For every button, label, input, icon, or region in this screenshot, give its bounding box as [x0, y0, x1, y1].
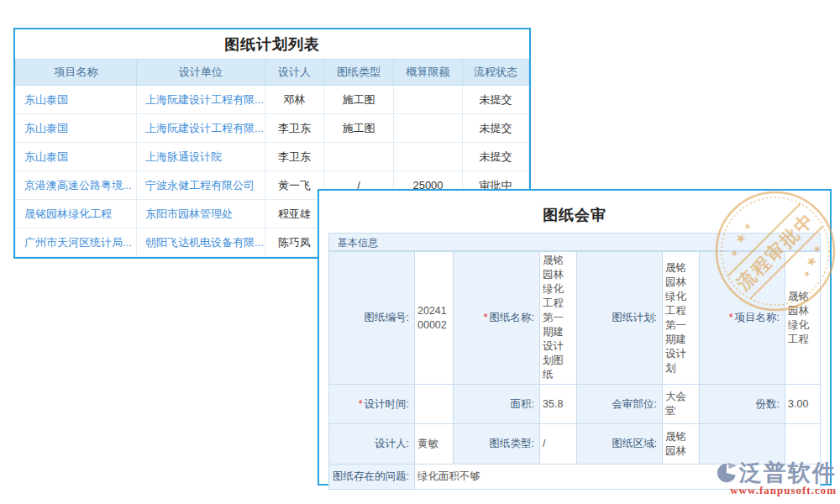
- page: 图纸计划列表 项目名称 设计单位 设计人 图纸类型 概算限额 流程状态 东山泰国: [0, 0, 840, 504]
- fanpu-logo-icon: [714, 461, 738, 485]
- project-link[interactable]: 晟铭园林绿化工程: [16, 200, 137, 228]
- status-badge[interactable]: 未提交: [463, 114, 529, 143]
- budget-cell: [394, 114, 463, 143]
- designer-cell: 黄一飞: [265, 171, 324, 200]
- table-row: 东山泰国 上海阮建设计工程有限... 李卫东 施工图 未提交: [16, 114, 529, 143]
- project-name-label: *项目名称:: [700, 252, 785, 385]
- problem-label: 图纸存在的问题:: [329, 465, 415, 490]
- required-asterisk: *: [484, 312, 488, 323]
- drawing-area-label: 图纸区域:: [577, 424, 663, 465]
- drawing-plan-label: 图纸计划:: [577, 252, 663, 385]
- designer-cell: 李卫东: [265, 143, 324, 171]
- col-header-design-unit: 设计单位: [137, 60, 265, 86]
- project-link[interactable]: 东山泰国: [16, 143, 137, 171]
- basic-info-section-header: 基本信息: [328, 233, 821, 251]
- review-title: 图纸会审: [319, 191, 830, 233]
- drawing-plan-field[interactable]: 晟铭园林绿化工程第一期建设计划: [663, 252, 700, 385]
- col-header-designer: 设计人: [265, 60, 324, 86]
- copies-label: 份数:: [700, 385, 785, 424]
- designer-cell: 邓林: [265, 86, 324, 114]
- drawing-type-cell: [324, 143, 394, 171]
- required-asterisk: *: [729, 312, 733, 323]
- designer-label: 设计人:: [329, 424, 415, 465]
- project-link[interactable]: 东山泰国: [16, 86, 137, 114]
- project-name-field[interactable]: 晟铭园林绿化工程: [785, 252, 821, 385]
- review-form-table: 图纸编号: 2024100002 *图纸名称: 晟铭园林绿化工程第一期建设计划图…: [328, 251, 821, 490]
- col-header-project: 项目名称: [16, 60, 137, 86]
- plan-list-title: 图纸计划列表: [15, 29, 529, 59]
- table-row: 东山泰国 上海脉通设计院 李卫东 未提交: [16, 143, 529, 171]
- drawing-no-label: 图纸编号:: [329, 252, 415, 385]
- project-link[interactable]: 京港澳高速公路粤境...: [16, 171, 137, 200]
- project-link[interactable]: 广州市天河区统计局...: [16, 228, 137, 257]
- drawing-name-label: *图纸名称:: [454, 252, 540, 385]
- design-unit-link[interactable]: 东阳市园林管理处: [137, 200, 265, 228]
- designer-field[interactable]: 黄敏: [415, 424, 454, 465]
- drawing-review-panel: 图纸会审 基本信息 图纸编号: 2024100002 *图纸名称: 晟铭园林绿化…: [318, 189, 832, 486]
- design-unit-link[interactable]: 上海阮建设计工程有限...: [137, 86, 265, 114]
- required-asterisk: *: [359, 398, 363, 410]
- form-row: *设计时间: 面积: 35.8 会审部位: 大会堂 份数: 3.00: [329, 385, 821, 424]
- review-location-label: 会审部位:: [577, 385, 663, 424]
- drawing-type-cell: 施工图: [324, 114, 394, 143]
- review-location-field[interactable]: 大会堂: [663, 385, 700, 424]
- col-header-flow-status: 流程状态: [463, 60, 529, 86]
- col-header-drawing-type: 图纸类型: [324, 60, 394, 86]
- drawing-area-field[interactable]: 晟铭园林: [663, 424, 700, 465]
- status-badge[interactable]: 未提交: [463, 143, 529, 171]
- designer-cell: 李卫东: [265, 114, 324, 143]
- form-row: 设计人: 黄敏 图纸类型: / 图纸区域: 晟铭园林: [329, 424, 821, 465]
- plan-header-row: 项目名称 设计单位 设计人 图纸类型 概算限额 流程状态: [16, 60, 529, 86]
- drawing-type-label: 图纸类型:: [454, 424, 540, 465]
- fanpu-logo-url: www.fanpusoft.com: [714, 485, 837, 496]
- design-unit-link[interactable]: 上海脉通设计院: [137, 143, 265, 171]
- table-row: 东山泰国 上海阮建设计工程有限... 邓林 施工图 未提交: [16, 86, 529, 114]
- drawing-no-field[interactable]: 2024100002: [415, 252, 454, 385]
- design-unit-link[interactable]: 朝阳飞达机电设备有限...: [137, 228, 265, 257]
- budget-cell: [394, 143, 463, 171]
- form-row: 图纸编号: 2024100002 *图纸名称: 晟铭园林绿化工程第一期建设计划图…: [329, 252, 821, 385]
- area-label: 面积:: [454, 385, 540, 424]
- empty-label: [700, 424, 785, 465]
- budget-cell: [394, 86, 463, 114]
- drawing-type-cell: 施工图: [324, 86, 394, 114]
- design-unit-link[interactable]: 宁波永健工程有限公司: [137, 171, 265, 200]
- area-field[interactable]: 35.8: [540, 385, 577, 424]
- status-badge[interactable]: 未提交: [463, 86, 529, 114]
- col-header-budget-limit: 概算限额: [394, 60, 463, 86]
- empty-field[interactable]: [785, 424, 821, 465]
- drawing-name-field[interactable]: 晟铭园林绿化工程第一期建设计划图纸: [540, 252, 577, 385]
- design-time-field[interactable]: [415, 385, 454, 424]
- fanpu-logo-text: 泛普软件: [739, 461, 837, 485]
- designer-cell: 陈巧凤: [265, 228, 324, 257]
- design-time-label: *设计时间:: [329, 385, 415, 424]
- drawing-type-field[interactable]: /: [540, 424, 577, 465]
- copies-field[interactable]: 3.00: [785, 385, 821, 424]
- designer-cell: 程亚雄: [265, 200, 324, 228]
- design-unit-link[interactable]: 上海阮建设计工程有限...: [137, 114, 265, 143]
- fanpu-logo: 泛普软件 www.fanpusoft.com: [714, 461, 837, 496]
- project-link[interactable]: 东山泰国: [16, 114, 137, 143]
